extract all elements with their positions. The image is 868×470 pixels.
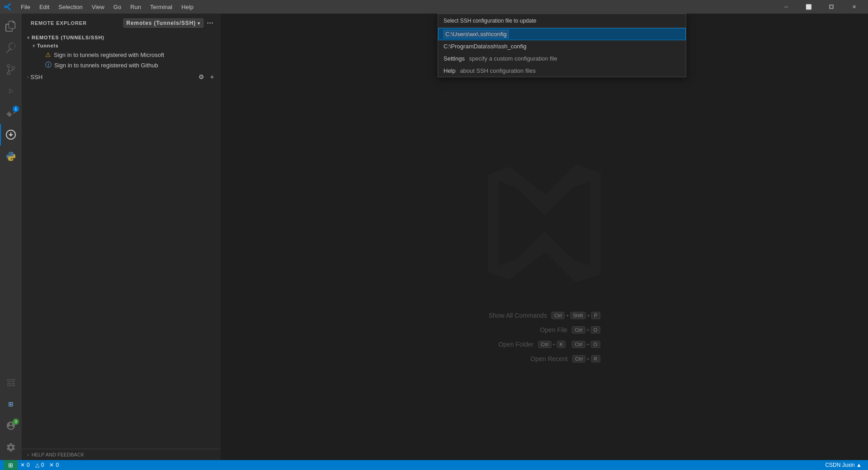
warnings-count: 0 (41, 462, 44, 468)
dropdown-item-2-sub: specify a custom configuration file (469, 55, 557, 62)
open-recent-row: Open Recent Ctrl + R (489, 355, 600, 362)
statusbar: ⊞ ✕ 0 △ 0 ✕ 0 CSDN Juxin ▲ (0, 460, 868, 470)
remote-explorer-activity-item[interactable] (0, 124, 22, 146)
dropdown-item-3-main: Help (443, 67, 456, 74)
plus-sep2: + (587, 313, 590, 318)
sidebar-header: REMOTE EXPLORER Remotes (Tunnels/SSH) ▾ … (22, 14, 221, 31)
maximize-button[interactable] (821, 0, 842, 14)
open-folder-keys: Ctrl + K (538, 341, 566, 348)
plus-sep2: + (586, 342, 589, 347)
welcome-content: Show All Commands Ctrl + Shift + P Open … (489, 312, 600, 370)
menu-file[interactable]: File (16, 3, 35, 11)
ctrl-key2: Ctrl (572, 341, 585, 348)
extensions-badge: 1 (13, 106, 19, 112)
dropdown-item-1[interactable]: C:\ProgramData\ssh\ssh_config (438, 40, 686, 52)
warnings-status-item[interactable]: △ 0 (33, 460, 47, 470)
selected-text: C:\Users\wx\.ssh\config (443, 30, 509, 38)
remote-status-icon: ⊞ (8, 462, 13, 469)
activity-bar-bottom: ⊞ 3 (0, 371, 22, 460)
ssh-settings-button[interactable]: ⚙ (196, 72, 206, 82)
close-button[interactable]: ✕ (844, 0, 864, 14)
ssh-section-row[interactable]: › SSH ⚙ + (22, 70, 221, 83)
dropdown-item-0-main: C:\Users\wx\.ssh\config (443, 30, 509, 38)
open-file-keys: Ctrl + O (572, 326, 600, 334)
menu-go[interactable]: Go (109, 3, 126, 11)
titlebar: File Edit Selection View Go Run Terminal… (0, 0, 868, 14)
explorer-activity-item[interactable] (0, 15, 22, 37)
open-recent-keys: Ctrl + R (572, 355, 600, 362)
sign-in-github-item[interactable]: ⓘ Sign in to tunnels registered with Git… (33, 60, 221, 70)
minimize-button[interactable]: ─ (776, 0, 797, 14)
dropdown-item-1-main: C:\ProgramData\ssh\ssh_config (443, 43, 527, 50)
plus-sep: + (586, 327, 589, 333)
open-recent-label: Open Recent (530, 355, 568, 362)
settings-activity-item[interactable] (0, 437, 22, 458)
errors-status-item[interactable]: ✕ 0 (18, 460, 33, 470)
ssh-label: SSH (30, 74, 42, 80)
sidebar-tree: ▾ REMOTES (TUNNELS/SSH) ▾ Tunnels ⚠ Sign… (22, 31, 221, 449)
ctrl-key: Ctrl (572, 355, 585, 362)
restore-button[interactable]: ⬜ (798, 0, 819, 14)
help-feedback-section[interactable]: › HELP AND FEEDBACK (22, 449, 221, 460)
open-file-row: Open File Ctrl + O (489, 326, 600, 334)
shift-key: Shift (570, 312, 585, 319)
show-all-commands-keys: Ctrl + Shift + P (552, 312, 600, 319)
source-control-bottom-item[interactable] (0, 371, 22, 393)
error-icon: ✕ (20, 462, 25, 468)
csdn-status-item[interactable]: CSDN Juxin ▲ (822, 462, 864, 468)
remotes-dropdown[interactable]: Remotes (Tunnels/SSH) ▾ (123, 19, 204, 28)
info-icon: ✕ (49, 462, 54, 468)
editor-area: Show All Commands Ctrl + Shift + P Open … (221, 14, 868, 460)
sign-in-microsoft-item[interactable]: ⚠ Sign in to tunnels registered with Mic… (33, 50, 221, 60)
menu-selection[interactable]: Selection (54, 3, 87, 11)
sign-in-github-label: Sign in to tunnels registered with Githu… (54, 62, 158, 69)
r-key: R (591, 355, 600, 362)
menu-terminal[interactable]: Terminal (146, 3, 177, 11)
ssh-actions: ⚙ + (196, 72, 217, 82)
ssh-add-button[interactable]: + (207, 72, 217, 82)
dropdown-item-3[interactable]: Help about SSH configuration files (438, 65, 686, 77)
svg-rect-1 (830, 5, 833, 8)
sidebar: REMOTE EXPLORER Remotes (Tunnels/SSH) ▾ … (22, 14, 221, 460)
open-folder-keys2: Ctrl + O (572, 341, 600, 348)
menu-help[interactable]: Help (177, 3, 198, 11)
sidebar-title: REMOTE EXPLORER (31, 20, 87, 26)
errors-count: 0 (27, 462, 30, 468)
remote-status-item[interactable]: ⊞ (4, 460, 18, 470)
more-actions-button[interactable]: ··· (205, 18, 215, 28)
dropdown-item-2[interactable]: Settings specify a custom configuration … (438, 52, 686, 65)
python-activity-item[interactable] (0, 146, 22, 167)
warning-icon: △ (35, 462, 39, 468)
accounts-badge: 3 (13, 418, 19, 425)
show-all-commands-row: Show All Commands Ctrl + Shift + P (489, 312, 600, 319)
menu-view[interactable]: View (87, 3, 109, 11)
dropdown-title: Select SSH configuration file to update (443, 18, 536, 24)
menu-edit[interactable]: Edit (35, 3, 54, 11)
vscode-logo (4, 2, 13, 11)
accounts-item[interactable]: 3 (0, 415, 22, 437)
tunnels-items: ⚠ Sign in to tunnels registered with Mic… (27, 50, 221, 70)
remote-status-item[interactable]: ⊞ (0, 393, 22, 415)
k-key: K (557, 341, 566, 348)
tunnels-label: Tunnels (37, 43, 59, 48)
source-control-activity-item[interactable] (0, 59, 22, 80)
infos-status-item[interactable]: ✕ 0 (47, 460, 61, 470)
menu-run[interactable]: Run (126, 3, 146, 11)
show-all-commands-label: Show All Commands (489, 312, 547, 319)
dropdown-header: Select SSH configuration file to update (438, 14, 686, 28)
search-activity-item[interactable] (0, 37, 22, 59)
run-debug-activity-item[interactable] (0, 80, 22, 102)
o-key2: O (591, 341, 600, 348)
chevron-right-icon: › (27, 75, 28, 80)
dropdown-item-0[interactable]: C:\Users\wx\.ssh\config (438, 28, 686, 40)
ctrl-key: Ctrl (572, 326, 585, 334)
open-folder-row: Open Folder Ctrl + K Ctrl + O (489, 341, 600, 348)
extensions-activity-item[interactable]: 1 (0, 102, 22, 124)
p-key: P (591, 312, 600, 319)
plus-sep: + (587, 356, 590, 362)
remotes-tunnels-section: ▾ REMOTES (TUNNELS/SSH) ▾ Tunnels ⚠ Sign… (22, 33, 221, 84)
remotes-tunnels-header[interactable]: ▾ REMOTES (TUNNELS/SSH) (22, 33, 221, 42)
window-controls: ─ ⬜ ✕ (776, 0, 864, 14)
tunnels-header[interactable]: ▾ Tunnels (27, 42, 221, 50)
help-feedback-label: HELP AND FEEDBACK (32, 452, 85, 457)
